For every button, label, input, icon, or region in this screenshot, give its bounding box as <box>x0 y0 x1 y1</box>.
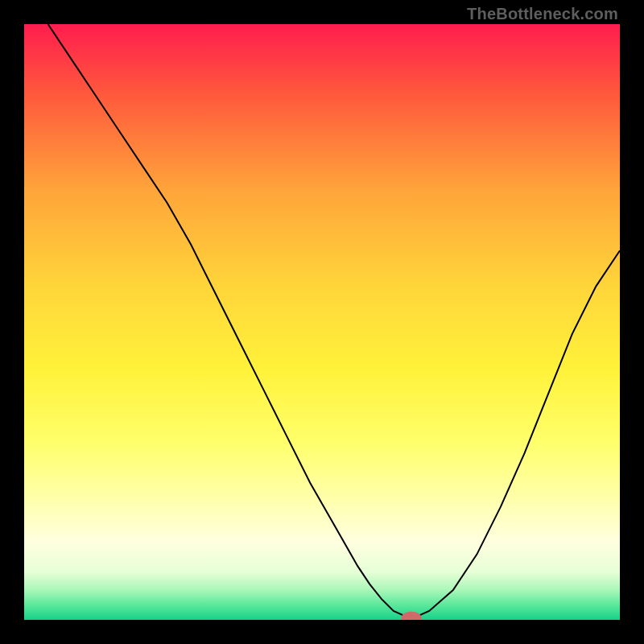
plot-area <box>24 24 620 620</box>
gradient-background <box>24 24 620 620</box>
chart-container: TheBottleneck.com <box>0 0 644 644</box>
plot-svg <box>24 24 620 620</box>
watermark-text: TheBottleneck.com <box>467 5 618 23</box>
